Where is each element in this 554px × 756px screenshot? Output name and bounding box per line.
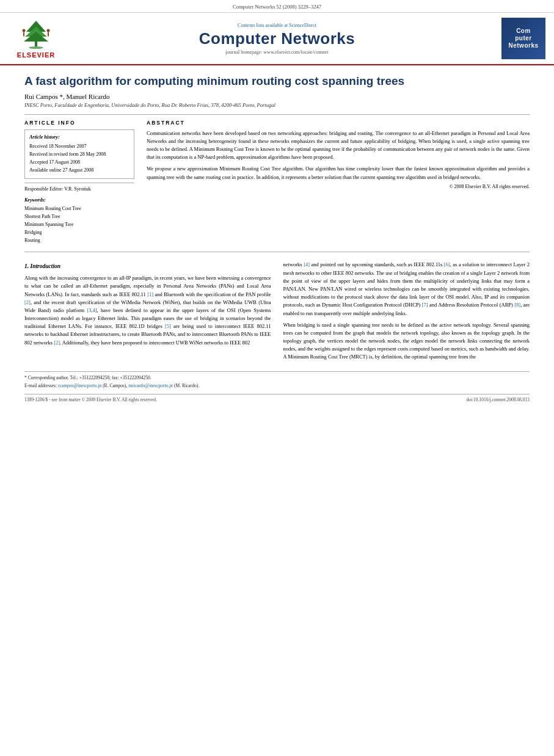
email-rcampos[interactable]: rcampos@inescporto.pt [58,383,101,388]
svg-point-5 [23,29,26,32]
ref-6[interactable]: [6] [444,261,450,267]
divider-2 [24,252,530,252]
ref-5[interactable]: [5] [165,323,171,329]
abstract-text: Communication networks have been develop… [147,129,530,181]
ref-2b[interactable]: [2] [54,340,60,346]
ref-1[interactable]: [1] [147,291,153,297]
ref-7[interactable]: [7] [422,302,428,308]
online-date: Available online 27 August 2008 [29,167,129,174]
elsevier-logo: ELSEVIER [9,18,64,59]
article-info-column: Article Info Article history: Received 1… [24,120,134,245]
body-section: 1. Introduction Along with the increasin… [24,261,530,365]
abstract-para-1: Communication networks have been develop… [147,129,530,162]
intro-para-3: When bridging is used a single spanning … [283,321,530,362]
journal-title: Computer Networks [64,29,490,48]
elsevier-tree-icon [18,18,54,50]
divider-1 [24,114,530,115]
footer-issn: 1389-1286/$ - see front matter © 2008 El… [24,397,157,402]
article-info-block: Article history: Received 18 November 20… [24,129,134,179]
svg-point-7 [47,29,50,32]
article-history-heading: Article history: [29,134,129,141]
article-title: A fast algorithm for computing minimum r… [24,74,530,89]
keyword-2: Shortest Path Tree [24,213,134,221]
top-bar: Computer Networks 52 (2008) 3229–3247 [0,0,554,13]
body-col-right: networks [4] and pointed out by upcoming… [283,261,530,365]
journal-logo-box: ComputerNetworks [501,18,545,59]
received-1: Received 18 November 2007 [29,143,129,150]
keyword-3: Minimum Spanning Tree [24,221,134,229]
main-content: A fast algorithm for computing minimum r… [0,65,554,411]
email-mricardo[interactable]: mricardo@inescporto.pt [128,383,173,388]
keywords-heading: Keywords: [24,197,134,205]
ref-3-4[interactable]: [3,4] [87,307,97,313]
responsible-editor: Responsible Editor: V.R. Syrotiuk [24,183,134,192]
journal-homepage: journal homepage: www.elsevier.com/locat… [64,49,490,55]
svg-rect-8 [48,32,49,37]
abstract-column: ABSTRACT Communication networks have bee… [147,120,530,245]
footnote-email: E-mail addresses: rcampos@inescporto.pt … [24,382,530,389]
section-1-title: 1. Introduction [24,262,271,271]
ref-2[interactable]: [2] [24,299,31,305]
article-affiliation: INESC Porto, Faculdade de Engenharia, Un… [24,102,530,108]
footnote-corresponding: * Corresponding author. Tel.: +351222094… [24,374,530,381]
info-abstract-section: Article Info Article history: Received 1… [24,120,530,245]
science-direct-link[interactable]: ScienceDirect [289,23,316,28]
intro-para-2: networks [4] and pointed out by upcoming… [283,261,530,317]
svg-point-1 [29,46,43,49]
science-direct-text: Contents lists available at ScienceDirec… [64,23,490,28]
logo-title: ComputerNetworks [508,27,538,49]
footnote-area: * Corresponding author. Tel.: +351222094… [24,371,530,390]
journal-logo-area: ComputerNetworks [490,18,545,59]
journal-title-area: Contents lists available at ScienceDirec… [64,23,490,55]
abstract-para-2: We propose a new approximation Minimum R… [147,165,530,181]
keyword-4: Bridging [24,229,134,237]
keyword-1: Minimum Routing Cost Tree [24,205,134,213]
journal-citation: Computer Networks 52 (2008) 3229–3247 [233,4,321,10]
keyword-5: Routing [24,237,134,245]
article-authors: Rui Campos *, Manuel Ricardo [24,93,530,100]
received-2: Received in revised form 28 May 2008 [29,151,129,158]
body-col-left: 1. Introduction Along with the increasin… [24,261,271,365]
elsevier-logo-area: ELSEVIER [9,18,64,59]
abstract-copyright: © 2008 Elsevier B.V. All rights reserved… [147,184,530,189]
keywords-block: Keywords: Minimum Routing Cost Tree Shor… [24,197,134,245]
ref-8[interactable]: [8] [514,302,520,308]
article-info-heading: Article Info [24,120,134,126]
elsevier-brand-text: ELSEVIER [17,51,55,59]
journal-header: ELSEVIER Contents lists available at Sci… [0,13,554,65]
accepted-date: Accepted 17 August 2008 [29,159,129,166]
svg-rect-6 [23,32,24,37]
ref-4b[interactable]: [4] [304,261,310,267]
intro-para-1: Along with the increasing convergence to… [24,274,271,347]
abstract-heading: ABSTRACT [147,120,530,126]
footer-doi: doi:10.1016/j.comnet.2008.08.013 [466,397,530,402]
footer-bar: 1389-1286/$ - see front matter © 2008 El… [24,394,530,402]
